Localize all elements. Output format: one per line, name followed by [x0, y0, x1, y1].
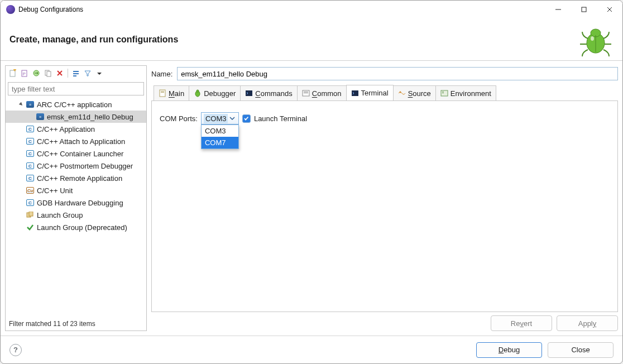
- debug-button[interactable]: Debug: [476, 342, 542, 358]
- tab-label: Common: [312, 89, 342, 98]
- svg-rect-13: [73, 75, 76, 76]
- tree-item[interactable]: CuC/C++ Unit: [6, 184, 146, 197]
- new-proto-button[interactable]: P: [20, 68, 30, 78]
- tree-item-label: C/C++ Container Launcher: [37, 150, 123, 158]
- svg-rect-21: [246, 90, 252, 96]
- arc-icon: ≡: [36, 112, 45, 121]
- tree-item-label: ARC C/C++ application: [37, 100, 112, 109]
- cunit-icon: Cu: [26, 186, 35, 195]
- tab-terminal[interactable]: Terminal: [346, 85, 394, 100]
- svg-text:P: P: [23, 71, 26, 76]
- tab-environment[interactable]: Environment: [435, 85, 496, 100]
- c-app-icon: C: [26, 174, 35, 183]
- tree-item-label: C/C++ Attach to Application: [37, 137, 125, 146]
- dialog-footer: ? Debug Close: [1, 336, 622, 363]
- com-ports-display[interactable]: COM3: [201, 112, 239, 124]
- header-band: Create, manage, and run configurations: [1, 18, 622, 61]
- tree-item[interactable]: CGDB Hardware Debugging: [6, 197, 146, 209]
- tab-commands[interactable]: Commands: [240, 85, 297, 100]
- svg-rect-27: [441, 90, 448, 96]
- tree-item[interactable]: CC/C++ Application: [6, 123, 146, 135]
- tab-common[interactable]: Common: [297, 85, 347, 100]
- tree-item-label: C/C++ Unit: [37, 186, 73, 195]
- source-icon: [398, 89, 406, 97]
- tree-caret-icon[interactable]: [18, 224, 25, 231]
- help-icon[interactable]: ?: [9, 344, 22, 356]
- tree-item-label: GDB Hardware Debugging: [37, 199, 123, 207]
- svg-rect-15: [29, 212, 33, 216]
- tree-caret-icon[interactable]: [18, 126, 25, 132]
- filter-status: Filter matched 11 of 23 items: [6, 318, 146, 331]
- revert-button[interactable]: Revert: [491, 315, 552, 331]
- tree-item[interactable]: Launch Group (Deprecated): [6, 221, 146, 233]
- toolbar-menu-button[interactable]: [94, 68, 104, 78]
- tab-source[interactable]: Source: [393, 85, 436, 100]
- svg-rect-5: [10, 70, 15, 76]
- svg-rect-29: [442, 93, 444, 93]
- tree-item[interactable]: ≡ARC C/C++ application: [6, 98, 146, 111]
- tree-caret-icon[interactable]: [18, 212, 25, 218]
- minimize-button[interactable]: [545, 1, 571, 18]
- launch-group-icon: [26, 210, 35, 219]
- env-icon: [440, 89, 448, 97]
- name-row: Name:: [151, 65, 618, 82]
- bug-icon: [194, 89, 202, 97]
- tree-caret-icon[interactable]: [18, 138, 25, 145]
- com-ports-label: COM Ports:: [160, 114, 198, 123]
- tab-debugger[interactable]: Debugger: [189, 85, 241, 100]
- filter-button[interactable]: [83, 68, 93, 78]
- tree-item[interactable]: CC/C++ Postmortem Debugger: [6, 160, 146, 172]
- svg-rect-23: [304, 92, 308, 92]
- tree-item[interactable]: CC/C++ Attach to Application: [6, 135, 146, 147]
- tab-label: Main: [169, 89, 184, 98]
- tree-item-label: C/C++ Remote Application: [37, 174, 122, 183]
- filter-input-wrap: [8, 82, 144, 95]
- main-split: P ≡ARC C/C++ application≡emsk_em11d_hell…: [1, 61, 622, 336]
- tab-label: Commands: [255, 89, 292, 98]
- close-button[interactable]: Close: [548, 342, 614, 358]
- close-window-button[interactable]: [597, 1, 622, 18]
- tree-caret-icon[interactable]: [18, 187, 25, 194]
- combo-option[interactable]: COM3: [202, 125, 238, 137]
- collapse-all-button[interactable]: [71, 68, 81, 78]
- duplicate-button[interactable]: [43, 68, 53, 78]
- tree-caret-icon[interactable]: [18, 175, 25, 181]
- config-tree[interactable]: ≡ARC C/C++ application≡emsk_em11d_hello …: [6, 97, 146, 318]
- chevron-down-icon[interactable]: [228, 113, 236, 123]
- tree-caret-icon[interactable]: [18, 150, 25, 157]
- svg-point-26: [399, 92, 401, 93]
- tab-label: Environment: [451, 89, 491, 98]
- delete-button[interactable]: [55, 68, 65, 78]
- tab-main[interactable]: Main: [154, 85, 189, 100]
- svg-rect-18: [161, 92, 164, 93]
- left-toolbar: P: [6, 66, 146, 80]
- com-ports-combo[interactable]: COM3 COM3COM7: [201, 112, 239, 124]
- c-app-icon: C: [26, 198, 35, 207]
- filter-input[interactable]: [8, 83, 143, 95]
- tree-item[interactable]: CC/C++ Container Launcher: [6, 147, 146, 160]
- c-app-icon: C: [26, 137, 35, 146]
- svg-rect-0: [582, 7, 586, 12]
- tree-item[interactable]: ≡emsk_em11d_hello Debug: [6, 111, 146, 123]
- name-input[interactable]: [177, 67, 618, 80]
- tree-caret-icon[interactable]: [18, 101, 25, 108]
- config-editor-pane: Name: MainDebuggerCommandsCommonTerminal…: [151, 65, 618, 331]
- launch-group-deprecated-icon: [26, 223, 35, 232]
- main-icon: [159, 89, 166, 97]
- wizard-bug-icon: [577, 22, 612, 58]
- tree-item-label: Launch Group (Deprecated): [37, 223, 127, 232]
- tree-caret-icon[interactable]: [18, 162, 25, 169]
- term-icon: [245, 89, 253, 97]
- apply-button[interactable]: Apply: [557, 315, 618, 331]
- tree-item[interactable]: CC/C++ Remote Application: [6, 172, 146, 184]
- tab-label: Debugger: [204, 89, 236, 98]
- combo-option[interactable]: COM7: [202, 137, 238, 149]
- launch-terminal-checkbox[interactable]: [242, 114, 251, 123]
- svg-rect-12: [73, 73, 79, 74]
- tree-item-label: Launch Group: [37, 211, 83, 219]
- maximize-button[interactable]: [571, 1, 597, 18]
- tree-caret-icon[interactable]: [18, 199, 25, 206]
- tree-item[interactable]: Launch Group: [6, 209, 146, 221]
- new-config-button[interactable]: [8, 68, 18, 78]
- export-button[interactable]: [31, 68, 41, 78]
